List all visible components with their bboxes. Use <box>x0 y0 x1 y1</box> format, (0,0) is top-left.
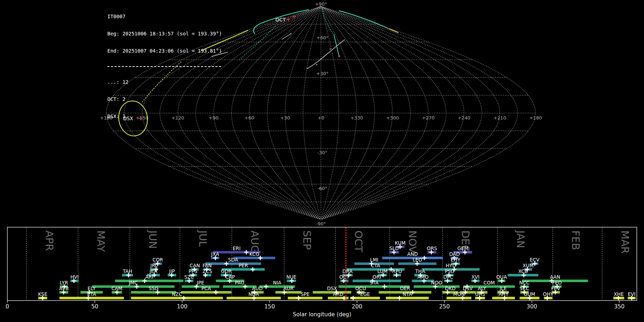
shower-HVI: HVI <box>70 274 79 283</box>
shower-label-AVB: AVB <box>59 286 69 291</box>
shower-peak-icon-NTA <box>397 296 402 300</box>
shower-label-XHE: XHE <box>614 291 624 297</box>
shower-RPU: RPU <box>392 268 402 278</box>
shower-ORS: ORS <box>427 245 437 255</box>
month-label-APR: APR <box>43 230 55 251</box>
shower-label-ECV: ECV <box>530 257 540 263</box>
shower-bar-JPE <box>182 286 220 288</box>
month-label-SEP: SEP <box>301 230 313 250</box>
shower-label-NCC: NCC <box>519 280 530 286</box>
shower-label-LMI: LMI <box>370 257 378 263</box>
shower-JXA: JXA <box>211 251 219 260</box>
month-label-MAY: MAY <box>95 230 107 252</box>
shower-label-OHY: OHY <box>543 291 554 297</box>
shower-bar-ETA <box>59 297 124 299</box>
x-tick-label-300: 300 <box>527 303 537 310</box>
shower-URS: URS <box>475 291 485 301</box>
shower-label-NOO: NOO <box>431 280 442 286</box>
shower-SZC: SZC <box>184 274 194 283</box>
shower-label-XUM: XUM <box>523 263 534 268</box>
shower-bar-JMC <box>92 286 175 288</box>
lon-label-+30-30: +30 <box>280 115 290 121</box>
count-sporadic: ...: 12 <box>107 79 222 85</box>
shower-ZCS: ZCS <box>203 268 212 278</box>
shower-label-AUD: AUD <box>252 286 263 291</box>
shower-label-DAD: DAD <box>449 251 460 257</box>
shower-label-SCC: SCC <box>519 286 529 291</box>
month-label-OCT: OCT <box>352 230 365 252</box>
shower-peak-icon-NIA <box>264 284 268 289</box>
shower-label-MON: MON <box>453 291 465 297</box>
count-dsx: DSX: 1 <box>107 113 222 119</box>
shower-label-XCB: XCB <box>518 268 528 274</box>
begin-time: Beg: 20251006 18:13:57 (sol = 193.39°) <box>107 31 222 36</box>
shower-XHE: XHE <box>613 291 624 301</box>
shower-bar-SDA <box>205 263 261 265</box>
shower-label-JPE: JPE <box>196 280 204 286</box>
month-label-JUL: JUL <box>197 230 209 247</box>
shower-peak-icon-PCA <box>214 290 218 294</box>
shower-label-DKD: DKD <box>445 286 456 291</box>
shower-label-HYD: HYD <box>446 263 456 268</box>
shower-EVI: EVI <box>628 291 635 301</box>
shower-label-OER: OER <box>400 286 410 291</box>
shower-JIP: JIP <box>168 268 176 278</box>
shower-label-AMO: AMO <box>417 274 429 280</box>
shower-label-NIA: NIA <box>273 280 282 286</box>
lon-label-+330--30: +330 <box>350 115 363 121</box>
shower-peak-icon-ERI <box>244 250 249 254</box>
shower-label-ERI: ERI <box>233 245 240 251</box>
shower-label-QUA: QUA <box>496 274 507 280</box>
shower-NUE: NUE <box>286 274 297 283</box>
shower-label-AND: AND <box>407 251 418 257</box>
x-axis: 050100150200250300350Solar longitude (de… <box>6 301 625 318</box>
shower-label-HVI: HVI <box>70 274 79 280</box>
shower-EGE: EGE <box>350 291 380 301</box>
shower-TAH: TAH <box>122 268 133 278</box>
shower-label-XVI: XVI <box>472 274 479 280</box>
shower-peak-icon-NZC <box>182 296 186 300</box>
shower-label-JIP: JIP <box>169 268 175 274</box>
shower-label-RPU: RPU <box>392 268 402 274</box>
month-label-JAN: JAN <box>514 230 527 248</box>
shower-bar-NZC <box>131 297 223 299</box>
x-tick-label-200: 200 <box>352 303 362 310</box>
shower-XCB: XCB <box>508 268 538 278</box>
shower-label-FAN: FAN <box>203 263 212 268</box>
shower-label-EHY: EHY <box>451 257 461 263</box>
x-axis-title: Solar longitude (deg) <box>293 311 351 318</box>
lat-label--60: -60° <box>317 186 327 191</box>
shower-label-CAM: CAM <box>112 286 122 291</box>
shower-OCT: OCT <box>339 274 350 283</box>
shower-peak-icon-STA <box>382 284 387 289</box>
shower-label-KUM: KUM <box>395 240 406 246</box>
shower-label-ARI: ARI <box>145 274 153 280</box>
shower-label-FEV: FEV <box>551 286 561 291</box>
shower-DPC: DPC <box>443 274 453 283</box>
shower-label-CAP: CAP <box>225 274 235 280</box>
shower-peak-icon-SPE <box>297 296 301 300</box>
shower-label-LEO: LEO <box>413 257 422 263</box>
shower-label-OCU: OCU <box>355 286 366 291</box>
trail-point-3 <box>330 48 331 50</box>
shower-label-PER: PER <box>239 263 248 268</box>
shower-label-DPC: DPC <box>443 274 453 280</box>
month-label-NOV: NOV <box>406 230 419 253</box>
shower-OHY: OHY <box>543 291 554 301</box>
shower-AVB: AVB <box>59 286 69 295</box>
x-tick-label-50: 50 <box>91 303 98 310</box>
shower-label-SDA: SDA <box>228 257 238 263</box>
shower-label-SPE: SPE <box>301 291 309 297</box>
shower-label-NZC: NZC <box>172 291 182 297</box>
shower-label-ARD: ARD <box>333 291 343 297</box>
shower-SLD: SLD <box>389 245 399 255</box>
shower-label-JEA: JEA <box>149 268 158 274</box>
sporadic-trail-3 <box>282 34 291 39</box>
shower-bar-AUR <box>275 291 302 294</box>
trail-point-0 <box>338 55 340 57</box>
shower-label-PCA: PCA <box>201 286 211 291</box>
shower-label-SZC: SZC <box>184 274 194 280</box>
lon-label-+180--180: +180 <box>529 115 542 121</box>
shower-AHY: AHY <box>492 291 515 301</box>
shower-label-GDR: GDR <box>221 268 231 274</box>
